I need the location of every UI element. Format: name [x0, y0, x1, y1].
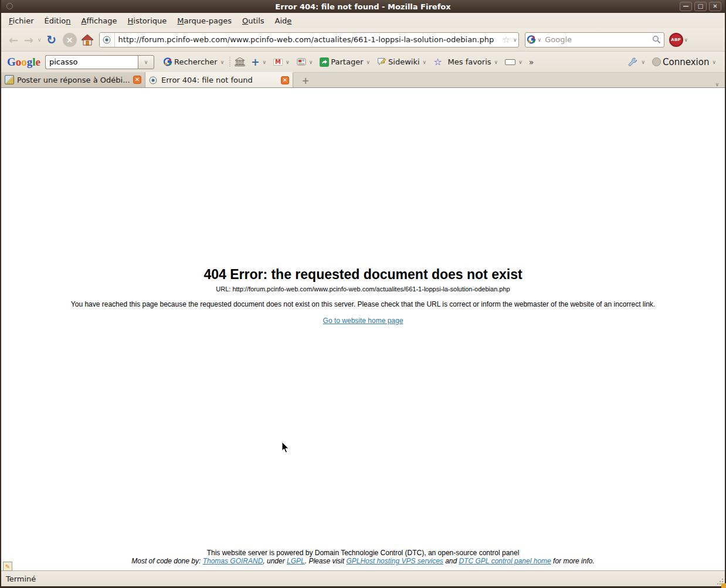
- url-input[interactable]: [115, 35, 501, 44]
- stop-icon[interactable]: ×: [63, 33, 77, 47]
- autofill-dropdown-icon[interactable]: ∨: [517, 59, 524, 65]
- browser-window: Error 404: file not found - Mozilla Fire…: [0, 0, 726, 588]
- sidewiki-corner-button[interactable]: ✎: [3, 562, 12, 571]
- abp-dropdown-icon[interactable]: ∨: [683, 37, 690, 43]
- menu-edition[interactable]: Édition: [39, 14, 76, 28]
- sidewiki-dropdown-icon[interactable]: ∨: [422, 59, 428, 65]
- gmail-dropdown-icon[interactable]: ∨: [284, 59, 291, 65]
- url-dropdown-icon[interactable]: ∨: [512, 37, 518, 43]
- share-icon: [320, 57, 329, 67]
- news-dropdown-icon[interactable]: ∨: [308, 59, 314, 65]
- gmail-button[interactable]: M ∨: [270, 55, 294, 70]
- google-mini-icon: [163, 57, 172, 67]
- tab-bar: Poster une réponse à Odébi... ✕ Error 40…: [1, 73, 725, 88]
- toolbar-settings-button[interactable]: ∨: [625, 55, 649, 70]
- error-heading: 404 Error: the requested document does n…: [1, 267, 725, 283]
- autofill-button[interactable]: ∨: [502, 55, 527, 70]
- menu-outils[interactable]: Outils: [237, 14, 270, 28]
- error-description: You have reached this page because the r…: [1, 300, 725, 308]
- plus-icon: +: [251, 56, 259, 68]
- menu-bar: Fichier Édition Affichage Historique Mar…: [1, 13, 725, 28]
- wrench-icon: [628, 57, 638, 67]
- news-icon: [297, 58, 306, 66]
- title-bar[interactable]: Error 404: file not found - Mozilla Fire…: [1, 0, 725, 13]
- news-button[interactable]: ∨: [294, 55, 317, 70]
- favorites-dropdown-icon[interactable]: ∨: [493, 59, 500, 65]
- toolbar-separator: [229, 57, 230, 67]
- bookmark-star-icon[interactable]: ☆: [501, 35, 512, 45]
- menu-marque-pages[interactable]: Marque-pages: [172, 14, 237, 28]
- sidewiki-button[interactable]: Sidewiki ∨: [374, 55, 430, 70]
- google-search-input[interactable]: [45, 55, 138, 69]
- add-gadgets-dropdown-icon[interactable]: ∨: [261, 59, 267, 65]
- tab-list-dropdown-icon[interactable]: ∨: [709, 81, 725, 87]
- menu-affichage[interactable]: Affichage: [76, 14, 123, 28]
- bookmark-this-button[interactable]: ☆: [430, 55, 445, 70]
- search-options-dropdown-icon[interactable]: ∨: [219, 59, 226, 65]
- signin-dropdown-icon[interactable]: ∨: [711, 59, 717, 65]
- maximize-button[interactable]: □: [694, 2, 707, 11]
- google-search-button[interactable]: Rechercher ∨: [160, 55, 228, 70]
- dtc-panel-link[interactable]: DTC GPL control panel home: [459, 557, 551, 565]
- page-content: 404 Error: the requested document does n…: [1, 88, 725, 570]
- minimize-button[interactable]: —: [680, 2, 692, 11]
- google-toolbar: Google ∨ Rechercher ∨ + ∨ M ∨ ∨: [1, 52, 725, 73]
- adblock-plus-icon[interactable]: ABP: [669, 33, 683, 47]
- sidewiki-icon: [377, 57, 386, 67]
- lgpl-link[interactable]: LGPL: [287, 557, 305, 565]
- add-gadgets-button[interactable]: + ∨: [248, 55, 270, 70]
- pagerank-button[interactable]: [232, 55, 248, 70]
- navigation-toolbar: ← → ∨ ↻ × ☆ ∨ ∨ ABP ∨: [1, 28, 725, 52]
- gplhost-link[interactable]: GPLHost hosting VPS services: [346, 557, 443, 565]
- menu-aide[interactable]: Aide: [270, 14, 297, 28]
- signin-button[interactable]: Connexion ∨: [649, 55, 720, 70]
- account-avatar-icon: [652, 57, 661, 66]
- google-logo: Google: [7, 56, 40, 69]
- tab1-favicon-icon: [5, 75, 14, 84]
- home-icon[interactable]: [81, 34, 94, 46]
- share-dropdown-icon[interactable]: ∨: [365, 59, 371, 65]
- blue-star-icon: ☆: [433, 56, 442, 67]
- tab1-close-icon[interactable]: ✕: [133, 76, 141, 84]
- home-page-link[interactable]: Go to website home page: [323, 317, 403, 325]
- back-icon[interactable]: ←: [6, 33, 21, 46]
- search-go-icon[interactable]: [652, 35, 661, 45]
- status-text: Terminé: [6, 575, 36, 583]
- menu-historique[interactable]: Historique: [123, 14, 172, 28]
- history-dropdown-icon[interactable]: ∨: [36, 37, 43, 43]
- bank-icon: [235, 57, 245, 66]
- search-bar[interactable]: ∨: [525, 32, 664, 47]
- site-favicon-icon[interactable]: [100, 33, 115, 47]
- tab-poster-reponse[interactable]: Poster une réponse à Odébi... ✕: [1, 72, 145, 87]
- window-resize-corner[interactable]: [721, 583, 726, 588]
- tab2-favicon-icon: [149, 76, 158, 85]
- menu-fichier[interactable]: Fichier: [4, 14, 39, 28]
- close-button[interactable]: ✕: [709, 2, 721, 11]
- toolbar-overflow-button[interactable]: »: [527, 57, 537, 67]
- favorites-menu-button[interactable]: Mes favoris ∨: [445, 55, 503, 70]
- window-menu-icon[interactable]: [6, 3, 13, 9]
- settings-dropdown-icon[interactable]: ∨: [640, 59, 646, 65]
- new-tab-button[interactable]: +: [298, 74, 313, 87]
- autofill-icon: [505, 59, 515, 65]
- footer-powered-by: This website server is powered by Domain…: [1, 549, 725, 557]
- window-title: Error 404: file not found - Mozilla Fire…: [275, 2, 450, 11]
- search-engine-dropdown-icon[interactable]: ∨: [537, 37, 543, 43]
- reload-icon[interactable]: ↻: [43, 33, 60, 47]
- thomas-goirand-link[interactable]: Thomas GOIRAND: [203, 557, 263, 565]
- search-input[interactable]: [542, 35, 652, 44]
- error-url-line: URL: http://forum.pcinfo-web.com/www.pci…: [1, 285, 725, 293]
- tab-error-404[interactable]: Error 404: file not found ✕: [145, 72, 293, 87]
- tab2-close-icon[interactable]: ✕: [281, 76, 289, 84]
- pencil-icon: ✎: [5, 563, 10, 570]
- forward-icon[interactable]: →: [21, 33, 36, 46]
- share-button[interactable]: Partager ∨: [317, 55, 374, 70]
- google-engine-icon[interactable]: [527, 35, 537, 45]
- status-bar: Terminé: [1, 570, 725, 586]
- url-bar[interactable]: ☆ ∨: [99, 32, 519, 47]
- footer-credits: Most of code done by: Thomas GOIRAND, un…: [1, 557, 725, 565]
- gmail-icon: M: [273, 59, 283, 66]
- google-search-history-dropdown[interactable]: ∨: [138, 55, 154, 69]
